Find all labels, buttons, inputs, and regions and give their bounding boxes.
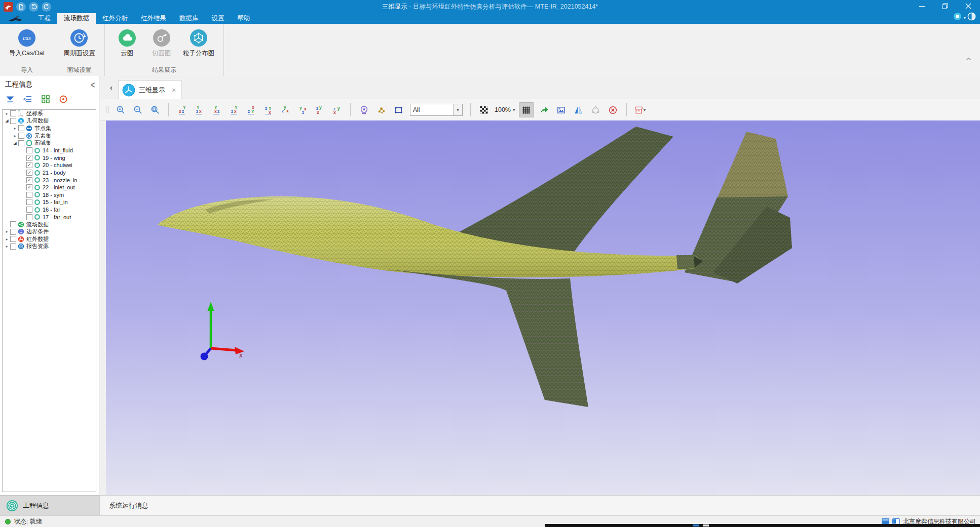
tree-item-flow-field-data[interactable]: 流场数据: [3, 221, 96, 228]
tree-item-18-sym[interactable]: 18 - sym: [3, 191, 96, 199]
tab-3d-view[interactable]: 三维显示 ×: [119, 80, 181, 99]
visibility-checkbox[interactable]: [10, 229, 16, 235]
theme-button[interactable]: [967, 12, 976, 23]
expander-open-icon[interactable]: ◢: [4, 118, 10, 123]
visibility-checkbox[interactable]: ✓: [26, 170, 32, 176]
tree-item-19-wing[interactable]: ✓19 - wing: [3, 154, 96, 162]
menu-item-ir-analysis[interactable]: 红外分析: [96, 13, 134, 24]
menu-item-ir-results[interactable]: 红外结果: [134, 13, 173, 24]
view-iso-2-button[interactable]: yxz: [295, 103, 310, 117]
view-left-button[interactable]: xzY: [209, 103, 223, 117]
expander-closed-icon[interactable]: ▸: [4, 237, 10, 241]
close-button[interactable]: [957, 0, 980, 13]
expander-open-icon[interactable]: ◢: [12, 141, 18, 145]
tree-item-coordinate-system[interactable]: ▸Yzx坐标系: [3, 110, 96, 117]
export-view-button[interactable]: [537, 103, 551, 117]
tree-item-report-resources[interactable]: ▸报告资源: [3, 243, 96, 251]
snapshot-button[interactable]: [554, 103, 569, 117]
expander-closed-icon[interactable]: ▸: [4, 111, 10, 116]
tree-item-16-far[interactable]: 16 - far: [3, 206, 96, 214]
visibility-checkbox[interactable]: [10, 118, 16, 124]
visibility-checkbox[interactable]: ✓: [26, 184, 32, 190]
dropdown-arrow-icon[interactable]: ▾: [453, 104, 462, 115]
visibility-checkbox[interactable]: [26, 214, 32, 220]
menu-item-project[interactable]: 工程: [31, 13, 57, 24]
viewport-3d[interactable]: x: [106, 120, 980, 495]
panel-footer[interactable]: 工程信息: [0, 495, 99, 515]
probe-button[interactable]: [357, 103, 371, 117]
visibility-checkbox[interactable]: [26, 192, 32, 198]
collapse-panel-button[interactable]: <: [91, 79, 95, 90]
undo-button[interactable]: [29, 2, 39, 12]
redo-button[interactable]: [42, 2, 51, 12]
view-front-button[interactable]: xzY: [175, 103, 189, 117]
particle-distribution-button[interactable]: 粒子分布图: [180, 26, 218, 67]
menu-item-settings[interactable]: 设置: [205, 13, 231, 24]
contour-plot-button[interactable]: 云图: [111, 26, 143, 67]
view-iso-3-button[interactable]: zyx: [313, 103, 327, 117]
chevron-down-icon[interactable]: ▾: [963, 15, 966, 20]
tree-item-face-region-set[interactable]: ◢面域集: [3, 139, 96, 147]
box-select-button[interactable]: [391, 103, 405, 117]
tree-item-infrared-data[interactable]: ▸红外数据: [3, 235, 96, 243]
tab-close-icon[interactable]: ×: [172, 86, 176, 94]
visibility-checkbox[interactable]: ✓: [26, 155, 32, 161]
visibility-checkbox[interactable]: [26, 147, 32, 153]
style-switch-button[interactable]: [953, 12, 962, 23]
collapse-ribbon-button[interactable]: [965, 56, 972, 61]
clear-scene-button[interactable]: [606, 103, 620, 117]
visibility-checkbox[interactable]: [26, 207, 32, 213]
view-iso-4-button[interactable]: zxy: [330, 103, 344, 117]
expander-closed-icon[interactable]: ▸: [12, 126, 18, 131]
filter-button[interactable]: [5, 94, 15, 104]
visibility-checkbox[interactable]: [18, 125, 24, 131]
sync-view-button[interactable]: [589, 103, 603, 117]
visibility-checkbox[interactable]: [10, 221, 16, 227]
zoom-out-button[interactable]: [131, 103, 145, 117]
view-right-button[interactable]: zxY: [227, 103, 241, 117]
save-scene-button[interactable]: ▾: [633, 103, 647, 117]
expander-closed-icon[interactable]: ▸: [12, 134, 18, 138]
toolbar-drag-handle[interactable]: [106, 105, 109, 115]
visibility-checkbox[interactable]: [18, 140, 24, 146]
tree-item-22-inlet-out[interactable]: ✓22 - inlet_out: [3, 184, 96, 191]
outline-view-button[interactable]: [23, 94, 33, 104]
new-file-button[interactable]: [16, 2, 26, 12]
maximize-button[interactable]: [933, 0, 957, 13]
zoom-fit-button[interactable]: [148, 103, 162, 117]
view-back-button[interactable]: zxY: [192, 103, 206, 117]
tree-item-14-int-fluid[interactable]: 14 - int_fluid: [3, 147, 96, 154]
tree-item-geometry-data[interactable]: ◢几何数据: [3, 117, 96, 125]
particles-button[interactable]: [374, 103, 388, 117]
mesh-grid-button[interactable]: [519, 102, 534, 117]
tree-item-element-set[interactable]: ▸元素集: [3, 132, 96, 140]
display-filter-combobox[interactable]: All▾: [410, 104, 463, 116]
tree-item-20-chuiwei[interactable]: ✓20 - chuiwei: [3, 161, 96, 169]
tree-item-boundary-conditions[interactable]: ▸边界条件: [3, 228, 96, 236]
transparency-pattern-button[interactable]: [477, 103, 491, 117]
menu-item-database[interactable]: 数据库: [173, 13, 205, 24]
view-top-button[interactable]: zYx: [244, 103, 258, 117]
view-bottom-button[interactable]: zYx: [261, 103, 275, 117]
zoom-in-button[interactable]: [114, 103, 128, 117]
expander-closed-icon[interactable]: ▸: [4, 244, 10, 249]
menu-item-flow-data[interactable]: 流场数据: [57, 13, 96, 24]
grid-view-button[interactable]: [41, 94, 51, 104]
visibility-checkbox[interactable]: [18, 133, 24, 139]
tree-item-node-set[interactable]: ▸节点集: [3, 125, 96, 132]
tree-item-15-far-in[interactable]: 15 - far_in: [3, 198, 96, 206]
visibility-checkbox[interactable]: ✓: [26, 177, 32, 183]
tree-item-17-far-out[interactable]: 17 - far_out: [3, 213, 96, 221]
tab-scroll-left-button[interactable]: ‹: [110, 83, 112, 92]
view-iso-1-button[interactable]: zxy: [278, 103, 292, 117]
menu-item-help[interactable]: 帮助: [231, 13, 257, 24]
visibility-checkbox[interactable]: [26, 199, 32, 205]
visibility-checkbox[interactable]: [10, 236, 16, 242]
periodic-face-settings-button[interactable]: 周期面设置: [60, 26, 98, 67]
zoom-level-dropdown[interactable]: 100%▾: [495, 106, 515, 113]
slice-plot-button[interactable]: 切面图: [145, 26, 178, 67]
import-cas-dat-button[interactable]: cas导入Cas/Dat: [6, 26, 48, 67]
visibility-checkbox[interactable]: ✓: [26, 162, 32, 168]
visibility-checkbox[interactable]: [10, 244, 16, 250]
tree-item-21-body[interactable]: ✓21 - body: [3, 169, 96, 177]
